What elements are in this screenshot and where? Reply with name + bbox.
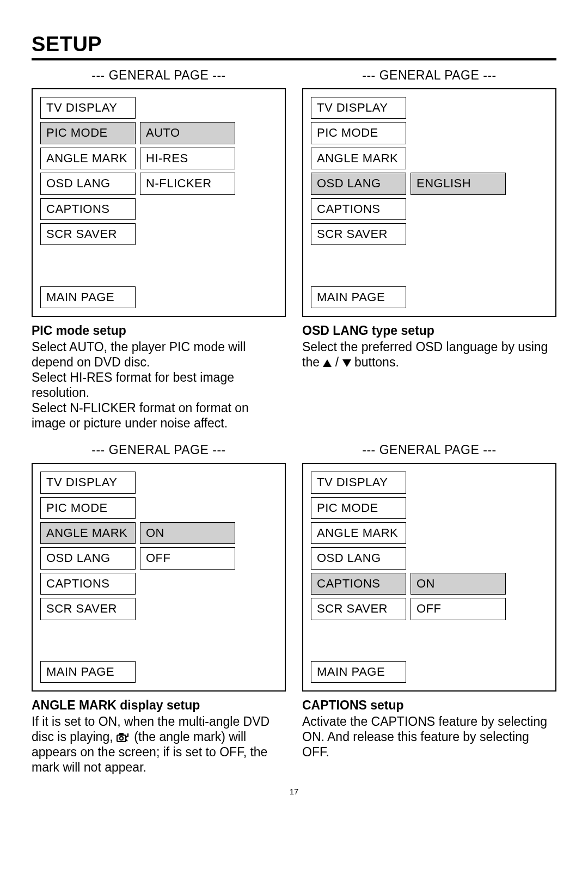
menu-item: TV DISPLAY: [311, 472, 406, 493]
panel-pic-mode: --- GENERAL PAGE --- TV DISPLAY PIC MODE…: [32, 68, 286, 431]
menu-item: TV DISPLAY: [40, 472, 136, 493]
menu-item-selected: PIC MODE: [40, 122, 136, 144]
body-line: Select AUTO, the player PIC mode will de…: [32, 340, 246, 369]
body-line: Select N-FLICKER format on format on ima…: [32, 401, 249, 430]
osd-screen: TV DISPLAY PIC MODE ANGLE MARK OSD LANG …: [302, 463, 556, 692]
osd-screen: TV DISPLAY PIC MODE ANGLE MARK ON OSD LA…: [32, 463, 286, 692]
option-selected: AUTO: [140, 122, 235, 144]
main-page-item: MAIN PAGE: [40, 286, 136, 308]
menu-item: OSD LANG: [40, 547, 136, 569]
menu-item: OSD LANG: [40, 173, 136, 194]
menu-item: SCR SAVER: [40, 598, 136, 620]
option: OFF: [140, 547, 235, 569]
page-title: SETUP: [32, 33, 556, 60]
main-page-item: MAIN PAGE: [311, 661, 406, 683]
option: N-FLICKER: [140, 173, 235, 194]
osd-header: --- GENERAL PAGE ---: [302, 443, 556, 457]
up-arrow-icon: [323, 359, 332, 367]
section-body: Select the preferred OSD language by usi…: [302, 339, 556, 370]
menu-item: TV DISPLAY: [311, 97, 406, 119]
menu-item: ANGLE MARK: [311, 522, 406, 544]
menu-item-selected: ANGLE MARK: [40, 522, 136, 544]
osd-header: --- GENERAL PAGE ---: [302, 68, 556, 83]
menu-item: SCR SAVER: [311, 223, 406, 245]
menu-item: PIC MODE: [311, 497, 406, 519]
body-text: /: [332, 355, 342, 369]
menu-item: CAPTIONS: [311, 198, 406, 220]
option: OFF: [411, 598, 506, 620]
svg-rect-2: [119, 733, 124, 735]
menu-item: PIC MODE: [40, 497, 136, 519]
osd-header: --- GENERAL PAGE ---: [32, 443, 286, 457]
section-heading: CAPTIONS setup: [302, 698, 556, 713]
option-selected: ON: [411, 573, 506, 595]
menu-item-selected: CAPTIONS: [311, 573, 406, 595]
page-number: 17: [32, 787, 556, 796]
body-text: buttons.: [351, 355, 399, 369]
option-selected: ENGLISH: [411, 173, 506, 194]
option-selected: ON: [140, 522, 235, 544]
svg-point-1: [120, 737, 123, 740]
section-body: Select AUTO, the player PIC mode will de…: [32, 339, 286, 431]
section-heading: ANGLE MARK display setup: [32, 698, 286, 713]
osd-header: --- GENERAL PAGE ---: [32, 68, 286, 83]
menu-item: ANGLE MARK: [40, 148, 136, 169]
osd-screen: TV DISPLAY PIC MODE AUTO ANGLE MARK HI-R…: [32, 88, 286, 317]
menu-item: OSD LANG: [311, 547, 406, 569]
section-heading: OSD LANG type setup: [302, 323, 556, 338]
menu-item-selected: OSD LANG: [311, 173, 406, 194]
osd-screen: TV DISPLAY PIC MODE ANGLE MARK OSD LANG …: [302, 88, 556, 317]
menu-item: PIC MODE: [311, 122, 406, 144]
main-page-item: MAIN PAGE: [40, 661, 136, 683]
menu-item: SCR SAVER: [311, 598, 406, 620]
panel-osd-lang: --- GENERAL PAGE --- TV DISPLAY PIC MODE…: [302, 68, 556, 431]
menu-item: ANGLE MARK: [311, 148, 406, 169]
body-line: Select HI-RES format for best image reso…: [32, 370, 234, 400]
panel-angle-mark: --- GENERAL PAGE --- TV DISPLAY PIC MODE…: [32, 443, 286, 775]
main-page-item: MAIN PAGE: [311, 286, 406, 308]
menu-item: CAPTIONS: [40, 198, 136, 220]
menu-item: SCR SAVER: [40, 223, 136, 245]
section-body: If it is set to ON, when the multi-angle…: [32, 714, 286, 775]
menu-item: TV DISPLAY: [40, 97, 136, 119]
content-grid: --- GENERAL PAGE --- TV DISPLAY PIC MODE…: [32, 68, 556, 775]
section-body: Activate the CAPTIONS feature by selecti…: [302, 714, 556, 760]
section-heading: PIC mode setup: [32, 323, 286, 338]
panel-captions: --- GENERAL PAGE --- TV DISPLAY PIC MODE…: [302, 443, 556, 775]
angle-mark-icon: [117, 732, 131, 743]
menu-item: CAPTIONS: [40, 573, 136, 595]
down-arrow-icon: [342, 359, 351, 367]
option: HI-RES: [140, 148, 235, 169]
